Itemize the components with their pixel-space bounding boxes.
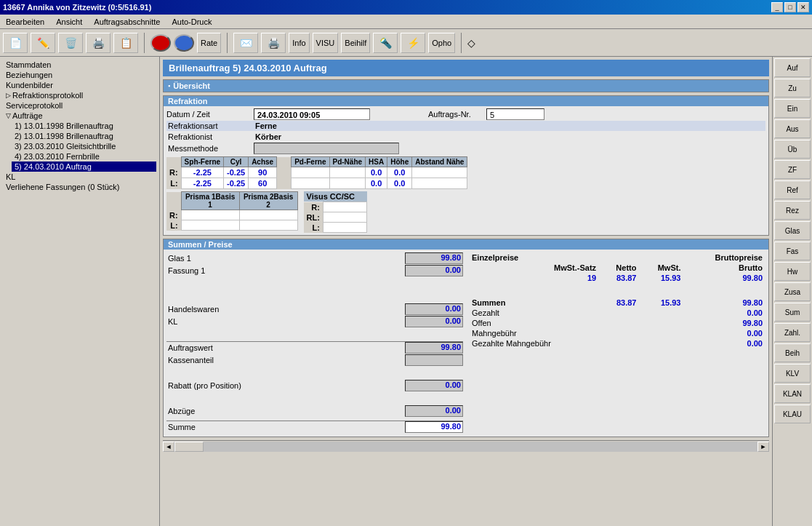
toolbar-btn-edit[interactable]: ✏️ bbox=[31, 33, 55, 53]
sidebar-item-auftrag-5[interactable]: 5) 24.03.2010 Auftrag bbox=[12, 162, 156, 172]
title-bar: 13667 Annika von Zitzewitz (0:5/516.91) … bbox=[0, 0, 812, 15]
uebersicht-header[interactable]: ▪ Übersicht bbox=[164, 80, 768, 92]
uebersicht-expand-icon[interactable]: ▪ bbox=[168, 82, 170, 89]
menu-ansicht[interactable]: Ansicht bbox=[53, 17, 85, 27]
page-title: Brillenauftrag 5) 24.03.2010 Auftrag bbox=[169, 63, 327, 73]
l-achse: 60 bbox=[249, 178, 277, 189]
right-btn-sum[interactable]: Sum bbox=[774, 303, 811, 322]
right-btn-zu[interactable]: Zu bbox=[774, 79, 811, 97]
toolbar-btn-circle2[interactable] bbox=[174, 34, 194, 52]
horizontal-scrollbar[interactable]: ◄ ► bbox=[163, 440, 769, 452]
print2-icon: 📋 bbox=[117, 34, 134, 52]
summe-label: Summe bbox=[166, 422, 405, 432]
spacer-2 bbox=[166, 290, 463, 303]
summen-content: Glas 1 99.80 Fassung 1 0.00 Handelswaren bbox=[164, 250, 768, 437]
row-label-r: R: bbox=[166, 167, 181, 178]
beihilf-label: Beihilf bbox=[345, 39, 366, 47]
right-btn-klv[interactable]: KLV bbox=[774, 364, 811, 383]
toolbar-btn-delete[interactable]: 🗑️ bbox=[58, 33, 83, 53]
sidebar-item-kl[interactable]: KL bbox=[3, 172, 156, 182]
sidebar-item-serviceprotokoll[interactable]: Serviceprotokoll bbox=[3, 100, 156, 111]
sidebar-item-auftrag-3[interactable]: 3) 23.03.2010 Gleitsichtbrille bbox=[12, 141, 156, 151]
glas1-label: Glas 1 bbox=[166, 253, 405, 263]
opho-button[interactable]: Opho bbox=[428, 33, 455, 53]
toolbar-btn-circle1[interactable] bbox=[150, 34, 171, 52]
sum-row-summe: Summe 99.80 bbox=[166, 421, 463, 433]
gezahlt-mahngebuehr-label: Gezahlte Mahngebühr bbox=[469, 338, 599, 348]
delete-icon: 🗑️ bbox=[62, 34, 79, 52]
menu-auto-druck[interactable]: Auto-Druck bbox=[169, 17, 214, 27]
refraktion-header: Refraktion bbox=[164, 96, 768, 106]
sum-row-kl: KL 0.00 bbox=[166, 316, 463, 327]
scrollbar-track[interactable] bbox=[174, 442, 757, 452]
sidebar-item-auftraege[interactable]: ▽ Aufträge bbox=[3, 111, 156, 121]
visu-button[interactable]: VISU bbox=[313, 33, 339, 53]
right-btn-klau[interactable]: KLAU bbox=[774, 405, 811, 423]
sidebar-item-auftrag-1[interactable]: 1) 13.01.1998 Brillenauftrag bbox=[12, 121, 156, 131]
sum-row-rabatt: Rabatt (pro Position) 0.00 bbox=[166, 380, 463, 391]
sidebar-item-verliehene-fassungen[interactable]: Verliehene Fassungen (0 Stück) bbox=[3, 182, 156, 192]
toolbar-btn-flashlight[interactable]: 🔦 bbox=[373, 33, 398, 53]
right-btn-zahl[interactable]: Zahl. bbox=[774, 323, 811, 342]
sidebar-item-auftrag-4[interactable]: 4) 23.03.2010 Fernbrille bbox=[12, 151, 156, 162]
beihilf-button[interactable]: Beihilf bbox=[341, 33, 370, 53]
l-hsa: 0.0 bbox=[366, 178, 387, 189]
toolbar-btn-lightning[interactable]: ⚡ bbox=[401, 33, 425, 53]
col-abstand: Abstand Nähe bbox=[412, 157, 467, 167]
messmethode-value bbox=[254, 143, 399, 154]
col-pd-ferne: Pd-Ferne bbox=[292, 157, 329, 167]
l-pd-nahe bbox=[329, 178, 366, 189]
sidebar-item-beziehungen[interactable]: Beziehungen bbox=[3, 70, 156, 80]
right-btn-zusa[interactable]: Zusa bbox=[774, 282, 811, 301]
scroll-left-button[interactable]: ◄ bbox=[163, 442, 174, 452]
col-achse: Achse bbox=[249, 157, 277, 167]
right-btn-glas[interactable]: Glas bbox=[774, 221, 811, 240]
right-btn-klan[interactable]: KLAN bbox=[774, 384, 811, 403]
l-abstand bbox=[412, 178, 467, 189]
auftragswert-label: Auftragswert bbox=[166, 343, 405, 353]
toolbar-btn-print2[interactable]: 📋 bbox=[113, 33, 138, 53]
section-uebersicht: ▪ Übersicht bbox=[163, 79, 769, 92]
refraktionsart-label: Refraktionsart bbox=[166, 121, 254, 131]
right-btn-zf[interactable]: ZF bbox=[774, 160, 811, 179]
right-btn-rez[interactable]: Rez bbox=[774, 201, 811, 220]
scrollbar-thumb[interactable] bbox=[174, 442, 204, 452]
right-btn-auf[interactable]: Auf bbox=[774, 58, 811, 77]
toolbar-btn-print[interactable]: 🖨️ bbox=[86, 33, 110, 53]
sidebar-item-refraktionsprotokoll[interactable]: ▷ Refraktionsprotokoll bbox=[3, 90, 156, 100]
scroll-right-button[interactable]: ► bbox=[757, 442, 769, 452]
right-btn-fas[interactable]: Fas bbox=[774, 242, 811, 260]
main-layout: Stammdaten Beziehungen Kundenbilder ▷ Re… bbox=[0, 57, 812, 526]
maximize-button[interactable]: □ bbox=[784, 2, 796, 12]
right-btn-hw[interactable]: Hw bbox=[774, 262, 811, 281]
mail-icon: ✉️ bbox=[237, 34, 254, 52]
empty-header bbox=[599, 252, 639, 263]
menu-auftragsabschnitte[interactable]: Auftragsabschnitte bbox=[91, 17, 163, 27]
sidebar-item-auftrag-2[interactable]: 2) 13.01.1998 Brillenauftrag bbox=[12, 131, 156, 141]
sidebar-group-auftraege: 1) 13.01.1998 Brillenauftrag 2) 13.01.19… bbox=[12, 121, 156, 172]
close-button[interactable]: ✕ bbox=[797, 2, 809, 12]
rate-label: Rate bbox=[201, 39, 217, 47]
visus-l-label: L: bbox=[304, 223, 323, 233]
fassung1-value: 0.00 bbox=[405, 265, 463, 276]
minimize-button[interactable]: _ bbox=[771, 2, 783, 12]
toolbar-btn-mail[interactable]: ✉️ bbox=[233, 33, 258, 53]
right-btn-aus[interactable]: Aus bbox=[774, 119, 811, 138]
toolbar-btn-new[interactable]: 📄 bbox=[3, 33, 28, 53]
menu-bearbeiten[interactable]: Bearbeiten bbox=[3, 17, 47, 27]
right-btn-ref[interactable]: Ref bbox=[774, 180, 811, 199]
messmethode-label: Messmethode bbox=[166, 143, 254, 154]
right-btn-ub[interactable]: Üb bbox=[774, 140, 811, 159]
info-button[interactable]: Info bbox=[289, 33, 309, 53]
sidebar-item-stammdaten[interactable]: Stammdaten bbox=[3, 60, 156, 70]
datum-value: 24.03.2010 09:05 bbox=[254, 108, 370, 120]
kassenanteil-label: Kassenanteil bbox=[166, 355, 405, 365]
empty-header2 bbox=[639, 252, 683, 263]
sidebar-item-kundenbilder[interactable]: Kundenbilder bbox=[3, 80, 156, 90]
toolbar-btn-printer[interactable]: 🖨️ bbox=[261, 33, 286, 53]
rate-button[interactable]: Rate bbox=[197, 33, 221, 53]
col-prisma1: Prisma 1Basis 1 bbox=[181, 192, 239, 210]
right-btn-beih[interactable]: Beih bbox=[774, 343, 811, 362]
prices-table: Einzelpreise Bruttopreise MwSt.-Satz Net… bbox=[469, 252, 765, 348]
right-btn-ein[interactable]: Ein bbox=[774, 99, 811, 118]
